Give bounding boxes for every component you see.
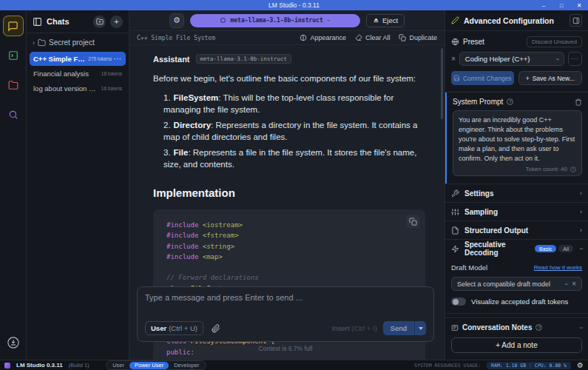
duplicate-button[interactable]: Duplicate [399, 34, 437, 41]
commit-changes-button[interactable]: Commit Changes [451, 71, 514, 85]
pill-basic[interactable]: Basic [535, 245, 556, 252]
insert-button[interactable]: Insert (Ctrl + I) [332, 324, 377, 332]
pill-all[interactable]: All [558, 245, 573, 252]
toggle-panel-button[interactable] [570, 14, 582, 27]
code-line: // Forward declarations [166, 272, 415, 283]
chat-list: C++ Simple File System275 tokens···Finan… [27, 50, 129, 97]
settings-gear-icon[interactable]: ⚙ [577, 362, 584, 369]
chat-folder-row[interactable]: › Secret project [27, 33, 129, 50]
read-how-it-works-link[interactable]: Read how it works [534, 264, 582, 271]
code-line [166, 262, 415, 272]
clock-icon [570, 166, 576, 172]
model-bar: ⚙ meta-llama-3.1-8b-instruct › Eject [129, 10, 445, 31]
new-chat-button[interactable]: + [110, 16, 123, 28]
copy-icon [409, 218, 417, 226]
draft-model-dropdown[interactable]: Select a compatible draft model › × [451, 277, 582, 291]
zap-icon [451, 245, 459, 253]
mode-user[interactable]: User [107, 362, 129, 369]
new-folder-button[interactable] [93, 16, 106, 28]
section-sampling[interactable]: Sampling› [445, 202, 588, 221]
preset-select-row: × Coding Helper (C++) › ··· [445, 47, 588, 66]
minimize-button[interactable]: – [535, 0, 552, 10]
preset-more-button[interactable]: ··· [568, 52, 582, 66]
section-speculative-decoding[interactable]: Speculative DecodingBasicAll› [445, 239, 588, 258]
code-line: #include <string> [166, 241, 415, 252]
attach-file-button[interactable] [209, 321, 223, 335]
chat-main-area: ⚙ meta-llama-3.1-8b-instruct › Eject C++… [129, 10, 445, 360]
conversation-notes-section: Conversation Notes ? › + Add a note [445, 317, 588, 360]
code-line: #include <fstream> [166, 230, 415, 240]
downloads-button[interactable] [4, 333, 23, 352]
add-note-button[interactable]: + Add a note [451, 337, 582, 353]
collapse-sidebar-icon[interactable] [33, 17, 42, 27]
lmstudio-logo-icon [4, 363, 10, 369]
preset-value: Coding Helper (C++) [465, 55, 556, 63]
chevron-down-icon: › [325, 19, 332, 21]
nav-models-button[interactable] [4, 75, 23, 95]
system-prompt-text: You are an incredibly good C++ engineer.… [459, 115, 576, 164]
chat-list-item[interactable]: log about version of ...16 tokens [30, 81, 126, 95]
clear-preset-icon[interactable]: × [451, 55, 456, 63]
trash-icon[interactable] [575, 98, 582, 106]
eject-model-button[interactable]: Eject [366, 14, 405, 27]
nav-discover-button[interactable] [4, 105, 23, 124]
preset-action-buttons: Commit Changes + Save As New... [445, 66, 588, 92]
chats-header: Chats + [27, 10, 129, 33]
assistant-numbered-list: 1.FileSystem: This will be the top-level… [163, 92, 425, 170]
chat-item-title: Financial analysis [33, 70, 99, 78]
resources-pill: RAM: 1.10 GB | CPU: 0.00 % [487, 362, 571, 369]
system-prompt-editor[interactable]: You are an incredibly good C++ engineer.… [453, 110, 582, 176]
app-window: LM Studio - 0.3.11 – □ ✕ [0, 0, 588, 370]
scrollbar-thumb[interactable] [441, 48, 443, 119]
code-line: virtual ~FileSystemComponent() {} [166, 357, 415, 360]
code-line: #include <iostream> [166, 220, 415, 230]
chat-bubble-icon [7, 21, 18, 32]
pencil-icon [451, 16, 459, 24]
maximize-button[interactable]: □ [552, 0, 570, 10]
paperclip-icon [212, 324, 220, 333]
help-icon[interactable]: ? [535, 324, 542, 331]
conversation-notes-header[interactable]: Conversation Notes ? › [451, 323, 582, 332]
clear-all-button[interactable]: Clear All [355, 34, 391, 41]
model-settings-gear-icon[interactable]: ⚙ [169, 13, 184, 28]
visualize-tokens-row: Visualize accepted draft tokens [451, 297, 582, 306]
section-label: Settings [464, 189, 575, 198]
section-settings[interactable]: Settings› [445, 184, 588, 202]
plus-icon: + [526, 75, 530, 82]
mode-developer[interactable]: Developer [169, 362, 204, 369]
appearance-button[interactable]: Appearance [300, 34, 346, 41]
close-button[interactable]: ✕ [570, 0, 588, 10]
chat-item-menu-button[interactable]: ··· [114, 56, 122, 62]
copy-code-button[interactable] [406, 215, 419, 228]
loaded-model-selector[interactable]: meta-llama-3.1-8b-instruct › [190, 14, 360, 27]
clear-draft-model-icon[interactable]: × [572, 280, 576, 288]
mode-power-user[interactable]: Power User [129, 362, 169, 369]
help-icon[interactable]: ? [507, 98, 513, 105]
list-item: 1.FileSystem: This will be the top-level… [163, 92, 425, 115]
preset-dropdown[interactable]: Coding Helper (C++) › [459, 52, 564, 66]
message-paragraph: Before we begin, let's outline the basic… [153, 74, 425, 83]
preset-label: Preset [463, 38, 523, 46]
chat-list-item[interactable]: C++ Simple File System275 tokens··· [30, 52, 126, 66]
section-label: Structured Output [464, 226, 575, 235]
folder-outline-icon [38, 38, 46, 47]
section-structured-output[interactable]: Structured Output› [445, 221, 588, 239]
token-count: Token count: 40 [459, 166, 576, 172]
titlebar: LM Studio - 0.3.11 – □ ✕ [0, 0, 588, 10]
save-as-new-button[interactable]: + Save As New... [518, 71, 583, 85]
nav-developer-button[interactable] [4, 46, 23, 65]
visualize-tokens-toggle[interactable] [451, 297, 466, 306]
message-input[interactable] [145, 293, 426, 315]
send-options-caret[interactable] [414, 321, 426, 335]
chevron-right-icon: › [580, 226, 582, 234]
panel-layout-icon [572, 17, 580, 24]
terminal-icon [8, 50, 18, 61]
send-button[interactable]: Send [383, 321, 426, 335]
chat-list-item[interactable]: Financial analysis18 tokens [30, 67, 126, 81]
role-toggle-button[interactable]: User (Ctrl + U) [145, 321, 203, 335]
wrench-icon [451, 189, 459, 198]
ram-usage: RAM: 1.10 GB [491, 363, 526, 369]
nav-chats-button[interactable] [4, 16, 23, 36]
left-nav-rail [0, 10, 27, 360]
discard-unsaved-button[interactable]: Discard Unsaved [527, 36, 582, 47]
